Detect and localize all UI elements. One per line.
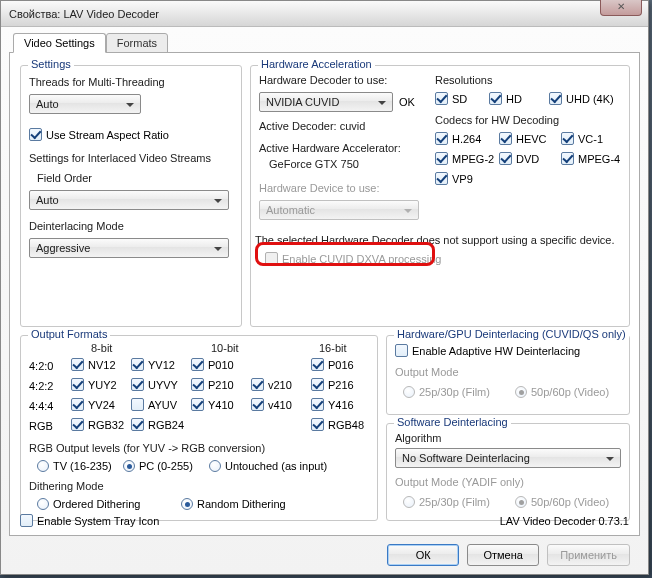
group-output-label: Output Formats	[28, 328, 110, 340]
rgb-pc-radio[interactable]: PC (0-255)	[123, 460, 193, 472]
group-sw-deint: Software Deinterlacing Algorithm No Soft…	[386, 423, 630, 521]
codec-vc1-checkbox[interactable]: VC-1	[561, 132, 603, 145]
footer-version: LAV Video Decoder 0.73.1	[500, 515, 629, 527]
fmt-p216-checkbox[interactable]: P216	[311, 378, 371, 391]
swdeint-25p-radio: 25p/30p (Film)	[403, 496, 490, 508]
swdeint-algo-label: Algorithm	[395, 432, 441, 444]
fmt-p210-label: P210	[208, 379, 234, 391]
codec-vp9-label: VP9	[452, 173, 473, 185]
res-hd-checkbox[interactable]: HD	[489, 92, 522, 105]
tab-video-settings[interactable]: Video Settings	[13, 33, 106, 53]
radio-icon	[403, 386, 415, 398]
col-16bit: 16-bit	[319, 342, 347, 354]
fmt-nv12-checkbox[interactable]: NV12	[71, 358, 131, 371]
dither-ordered-radio[interactable]: Ordered Dithering	[37, 498, 140, 510]
fmt-v210-checkbox[interactable]: v210	[251, 378, 311, 391]
fmt-yv24-checkbox[interactable]: YV24	[71, 398, 131, 411]
deint-mode-value: Aggressive	[36, 242, 90, 254]
fmt-y416-checkbox[interactable]: Y416	[311, 398, 371, 411]
fmt-yv24-label: YV24	[88, 399, 115, 411]
checkbox-icon	[311, 398, 324, 411]
dither-random-radio[interactable]: Random Dithering	[181, 498, 286, 510]
checkbox-icon	[251, 398, 264, 411]
checkbox-icon	[435, 152, 448, 165]
row-422: 4:2:2	[29, 380, 53, 392]
tray-label: Enable System Tray Icon	[37, 515, 159, 527]
checkbox-icon	[131, 358, 144, 371]
tab-panel: Settings Threads for Multi-Threading Aut…	[9, 52, 640, 536]
hw-nosupport-text: The selected Hardware Decoder does not s…	[255, 234, 627, 246]
fmt-uyvy-checkbox[interactable]: UYVY	[131, 378, 191, 391]
checkbox-icon	[191, 378, 204, 391]
fmt-v410-label: v410	[268, 399, 292, 411]
group-settings-label: Settings	[28, 58, 74, 70]
codec-vc1-label: VC-1	[578, 133, 603, 145]
field-order-value: Auto	[36, 194, 59, 206]
rgb-tv-radio[interactable]: TV (16-235)	[37, 460, 112, 472]
hwdeint-50p-label: 50p/60p (Video)	[531, 386, 609, 398]
fmt-yuy2-checkbox[interactable]: YUY2	[71, 378, 131, 391]
checkbox-icon	[71, 398, 84, 411]
fmt-y410-checkbox[interactable]: Y410	[191, 398, 251, 411]
hwdeint-50p-radio: 50p/60p (Video)	[515, 386, 609, 398]
codec-dvd-checkbox[interactable]: DVD	[499, 152, 539, 165]
fmt-yuy2-label: YUY2	[88, 379, 117, 391]
fmt-yv12-checkbox[interactable]: YV12	[131, 358, 191, 371]
codec-mpeg2-label: MPEG-2	[452, 153, 494, 165]
codec-hevc-checkbox[interactable]: HEVC	[499, 132, 547, 145]
active-decoder: Active Decoder: cuvid	[259, 120, 365, 132]
codec-h264-checkbox[interactable]: H.264	[435, 132, 481, 145]
fmt-uyvy-label: UYVY	[148, 379, 178, 391]
apply-button: Применить	[547, 544, 630, 566]
fmt-p010-checkbox[interactable]: P010	[191, 358, 251, 371]
client-area: Video Settings Formats Settings Threads …	[1, 27, 648, 574]
codec-mpeg2-checkbox[interactable]: MPEG-2	[435, 152, 494, 165]
cancel-label: Отмена	[483, 549, 522, 561]
hw-decoder-value: NVIDIA CUVID	[266, 96, 339, 108]
tab-formats[interactable]: Formats	[106, 33, 168, 53]
fmt-rgb48-checkbox[interactable]: RGB48	[311, 418, 371, 431]
res-uhd-checkbox[interactable]: UHD (4K)	[549, 92, 614, 105]
adaptive-deint-checkbox[interactable]: Enable Adaptive HW Deinterlacing	[395, 344, 580, 357]
cancel-button[interactable]: Отмена	[467, 544, 539, 566]
res-sd-checkbox[interactable]: SD	[435, 92, 467, 105]
rgb-untouched-label: Untouched (as input)	[225, 460, 327, 472]
codec-mpeg4-checkbox[interactable]: MPEG-4	[561, 152, 620, 165]
use-stream-ar-checkbox[interactable]: Use Stream Aspect Ratio	[29, 128, 169, 141]
swdeint-algo-value: No Software Deinterlacing	[402, 452, 530, 464]
checkbox-icon	[561, 132, 574, 145]
radio-icon	[37, 498, 49, 510]
field-order-combo[interactable]: Auto	[29, 190, 229, 210]
fmt-rgb24-checkbox[interactable]: RGB24	[131, 418, 191, 431]
checkbox-icon	[435, 132, 448, 145]
group-hwaccel-label: Hardware Acceleration	[258, 58, 375, 70]
col-8bit: 8-bit	[91, 342, 112, 354]
fmt-p016-checkbox[interactable]: P016	[311, 358, 371, 371]
checkbox-icon	[191, 398, 204, 411]
close-button[interactable]: ✕	[600, 0, 642, 16]
checkbox-icon	[395, 344, 408, 357]
checkbox-icon	[71, 418, 84, 431]
ok-button[interactable]: ОК	[387, 544, 459, 566]
tray-icon-checkbox[interactable]: Enable System Tray Icon	[20, 514, 159, 527]
threads-combo[interactable]: Auto	[29, 94, 141, 114]
fmt-ayuv-checkbox[interactable]: AYUV	[131, 398, 191, 411]
hw-decoder-combo[interactable]: NVIDIA CUVID	[259, 92, 393, 112]
deint-mode-combo[interactable]: Aggressive	[29, 238, 229, 258]
cuvid-dxva-checkbox: Enable CUVID DXVA processing	[265, 252, 441, 265]
fmt-v410-checkbox[interactable]: v410	[251, 398, 311, 411]
fmt-rgb32-checkbox[interactable]: RGB32	[71, 418, 131, 431]
checkbox-icon	[561, 152, 574, 165]
res-hd-label: HD	[506, 93, 522, 105]
hwdeint-25p-label: 25p/30p (Film)	[419, 386, 490, 398]
fmt-rgb24-label: RGB24	[148, 419, 184, 431]
checkbox-icon	[71, 358, 84, 371]
rgb-untouched-radio[interactable]: Untouched (as input)	[209, 460, 327, 472]
deint-mode-label: Deinterlacing Mode	[29, 220, 124, 232]
fmt-p210-checkbox[interactable]: P210	[191, 378, 251, 391]
radio-icon	[515, 496, 527, 508]
group-hw-deint-label: Hardware/GPU Deinterlacing (CUVID/QS onl…	[394, 328, 629, 340]
swdeint-algo-combo[interactable]: No Software Deinterlacing	[395, 448, 621, 468]
cuvid-dxva-label: Enable CUVID DXVA processing	[282, 253, 441, 265]
codec-vp9-checkbox[interactable]: VP9	[435, 172, 473, 185]
